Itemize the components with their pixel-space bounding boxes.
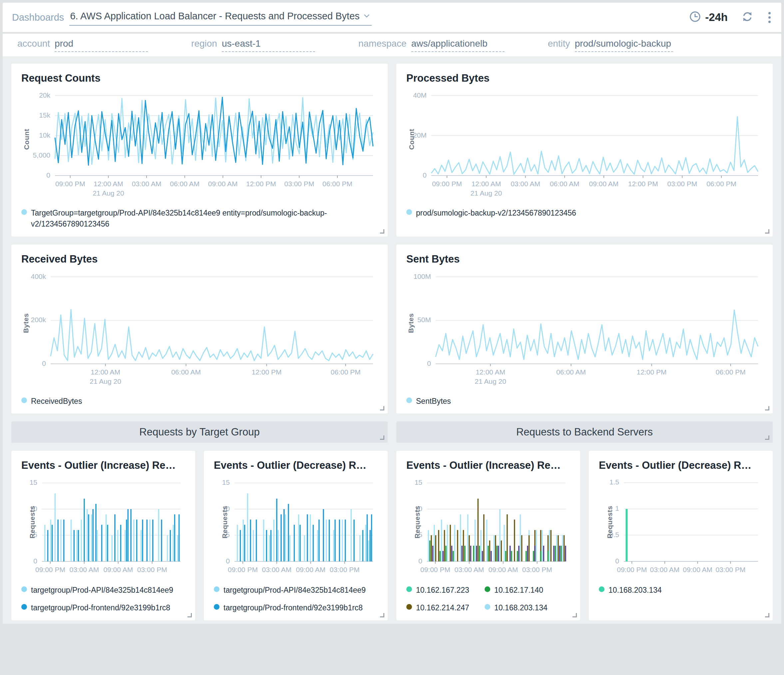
kebab-menu-icon[interactable] <box>767 11 772 24</box>
legend-item[interactable]: targetgroup/Prod-API/84e325b14c814ee9 <box>214 585 378 596</box>
filter-value-input[interactable]: aws/applicationelb <box>411 38 505 52</box>
svg-text:12:00 PM: 12:00 PM <box>246 180 276 187</box>
panel-outlier-increase-backend: Events - Outlier (Increase) Re… Requests… <box>396 451 580 620</box>
resize-handle[interactable] <box>765 229 769 234</box>
panel-sent-bytes: Sent Bytes Bytes 100M50M012:00 AM06:00 A… <box>396 245 773 413</box>
panel-outlier-decrease-backend: Events - Outlier (Decrease) R… Requests … <box>589 451 773 620</box>
request-counts-chart[interactable]: 20k15k10k5,000009:00 PM12:00 AM03:00 AM0… <box>21 89 378 199</box>
legend-item[interactable]: ReceivedBytes <box>21 396 378 407</box>
resize-handle[interactable] <box>572 613 577 617</box>
resize-handle[interactable] <box>380 613 384 617</box>
svg-text:10k: 10k <box>39 131 50 139</box>
legend-item[interactable]: 10.162.214.247 <box>406 602 469 613</box>
chart-legend: targetgroup/Prod-API/84e325b14c814ee9tar… <box>21 585 185 614</box>
svg-text:15: 15 <box>415 479 422 486</box>
svg-text:12:00 AM: 12:00 AM <box>471 180 501 187</box>
legend-item[interactable]: targetgroup/Prod-frontend/92e3199b1rc8 <box>214 602 378 613</box>
legend-item[interactable]: 10.162.17.140 <box>485 585 548 596</box>
resize-handle[interactable] <box>765 435 769 440</box>
svg-text:09:00 AM: 09:00 AM <box>488 566 518 574</box>
legend-item[interactable]: 10.168.203.134 <box>485 602 548 613</box>
panel-title: Events - Outlier (Decrease) R… <box>214 460 378 471</box>
processed-bytes-chart[interactable]: 40M20M009:00 PM12:00 AM03:00 AM06:00 AM0… <box>406 89 763 199</box>
filter-value-input[interactable]: prod <box>54 38 148 52</box>
legend-item[interactable]: 10.162.167.223 <box>406 585 469 596</box>
svg-text:03:00 AM: 03:00 AM <box>650 566 680 574</box>
y-axis-label: Requests <box>606 506 614 539</box>
svg-text:09:00 PM: 09:00 PM <box>432 180 462 187</box>
legend-item[interactable]: targetgroup/Prod-API/84e325b14c814ee9 <box>21 585 185 596</box>
dashboard-title-dropdown[interactable]: 6. AWS Application Load Balancer - Reque… <box>69 9 371 26</box>
svg-text:03:00 PM: 03:00 PM <box>137 566 167 574</box>
panel-title: Request Counts <box>21 72 378 84</box>
clock-icon <box>689 11 701 24</box>
legend-item[interactable]: prod/sumologic-backup-v2/123456789012345… <box>406 207 763 218</box>
legend-label: prod/sumologic-backup-v2/123456789012345… <box>416 207 576 218</box>
resize-handle[interactable] <box>188 613 192 617</box>
svg-text:09:00 PM: 09:00 PM <box>420 566 450 574</box>
svg-text:0: 0 <box>423 171 427 179</box>
panel-title: Events - Outlier (Increase) Re… <box>21 460 185 471</box>
outlier-increase-tg-chart[interactable]: 15105009:00 PM03:00 AM09:00 AM03:00 PM <box>21 476 185 576</box>
svg-text:03:00 AM: 03:00 AM <box>454 566 484 574</box>
legend-item[interactable]: TargetGroup=targetgroup/Prod-API/84e325b… <box>21 207 378 230</box>
outlier-decrease-tg-chart[interactable]: 15105009:00 PM03:00 AM09:00 AM03:00 PM <box>214 476 378 576</box>
outlier-increase-backend-chart[interactable]: 15105009:00 PM03:00 AM09:00 AM03:00 PM <box>406 476 570 576</box>
resize-handle[interactable] <box>765 613 769 617</box>
legend-dot-icon <box>21 604 27 610</box>
chart-legend: prod/sumologic-backup-v2/123456789012345… <box>406 207 763 218</box>
svg-text:03:00 AM: 03:00 AM <box>262 566 292 574</box>
chart-legend: TargetGroup=targetgroup/Prod-API/84e325b… <box>21 207 378 230</box>
svg-text:5,000: 5,000 <box>33 151 50 159</box>
svg-text:06:00 AM: 06:00 AM <box>550 180 580 187</box>
filter-entity[interactable]: entity prod/sumologic-backup <box>548 38 673 52</box>
y-axis-label: Requests <box>413 506 421 539</box>
breadcrumb[interactable]: Dashboards <box>12 12 64 23</box>
panel-title: Events - Outlier (Decrease) R… <box>599 460 763 471</box>
svg-text:0: 0 <box>615 557 619 565</box>
resize-handle[interactable] <box>765 406 769 410</box>
legend-item[interactable]: targetgroup/Prod-frontend/92e3199b1rc8 <box>21 602 185 613</box>
svg-text:06:00 PM: 06:00 PM <box>706 180 736 187</box>
chart-legend: SentBytes <box>406 396 763 407</box>
legend-dot-icon <box>406 398 412 403</box>
svg-text:400k: 400k <box>31 272 46 280</box>
panel-title: Processed Bytes <box>406 72 763 84</box>
resize-handle[interactable] <box>380 435 384 440</box>
svg-text:12:00 PM: 12:00 PM <box>252 368 282 376</box>
filter-region[interactable]: region us-east-1 <box>191 38 315 52</box>
resize-handle[interactable] <box>380 406 384 410</box>
legend-item[interactable]: 10.168.203.134 <box>599 585 763 596</box>
time-range-control[interactable]: -24h <box>689 11 728 24</box>
legend-dot-icon <box>485 586 490 592</box>
svg-text:06:00 AM: 06:00 AM <box>171 368 201 376</box>
svg-text:0: 0 <box>42 359 46 367</box>
panel-title: Received Bytes <box>21 253 378 265</box>
legend-dot-icon <box>599 586 605 592</box>
legend-item[interactable]: SentBytes <box>406 396 763 407</box>
chart-legend: 10.168.203.134 <box>599 585 763 596</box>
svg-text:09:00 AM: 09:00 AM <box>208 180 238 187</box>
svg-text:0: 0 <box>46 171 50 179</box>
outlier-decrease-backend-chart[interactable]: 1.510.5009:00 PM03:00 AM09:00 AM03:00 PM <box>599 476 763 576</box>
chart-legend: targetgroup/Prod-API/84e325b14c814ee9tar… <box>214 585 378 614</box>
sent-bytes-chart[interactable]: 100M50M012:00 AM06:00 AM12:00 PM06:00 PM… <box>406 270 763 387</box>
panel-title: Sent Bytes <box>406 253 763 265</box>
svg-text:06:00 PM: 06:00 PM <box>322 180 352 187</box>
filter-value-input[interactable]: us-east-1 <box>222 38 315 52</box>
legend-label: targetgroup/Prod-frontend/92e3199b1rc8 <box>31 602 170 613</box>
refresh-button[interactable] <box>741 10 754 24</box>
svg-text:50M: 50M <box>417 316 431 324</box>
legend-dot-icon <box>21 398 27 403</box>
filter-namespace[interactable]: namespace aws/applicationelb <box>358 38 505 52</box>
svg-text:03:00 PM: 03:00 PM <box>522 566 552 574</box>
section-title: Requests to Backend Servers <box>516 426 653 438</box>
filter-account[interactable]: account prod <box>17 38 148 52</box>
resize-handle[interactable] <box>380 229 384 234</box>
y-axis-label: Count <box>408 129 415 150</box>
svg-text:21 Aug 20: 21 Aug 20 <box>90 377 121 385</box>
received-bytes-chart[interactable]: 400k200k012:00 AM06:00 AM12:00 PM06:00 P… <box>21 270 378 387</box>
filter-value-input[interactable]: prod/sumologic-backup <box>575 38 674 52</box>
legend-dot-icon <box>406 586 412 592</box>
legend-dot-icon <box>485 604 490 610</box>
